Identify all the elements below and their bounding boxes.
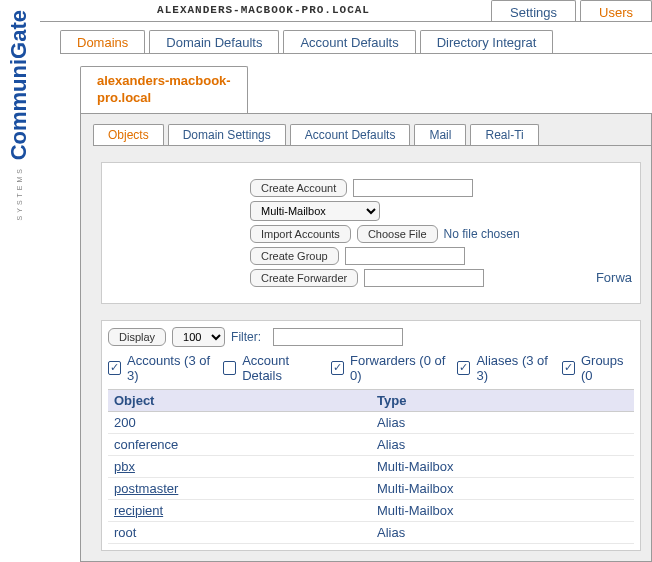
create-account-input[interactable] xyxy=(353,179,473,197)
filter-input[interactable] xyxy=(273,328,403,346)
top-tab-settings[interactable]: Settings xyxy=(491,0,576,21)
choose-file-button[interactable]: Choose File xyxy=(357,225,438,243)
create-group-button[interactable]: Create Group xyxy=(250,247,339,265)
type-cell: Alias xyxy=(371,411,634,433)
sub-tabs: Objects Domain Settings Account Defaults… xyxy=(93,124,651,146)
display-count-select[interactable]: 100 xyxy=(172,327,225,347)
subpanel: Objects Domain Settings Account Defaults… xyxy=(80,113,652,562)
object-cell[interactable]: recipient xyxy=(108,499,371,521)
mailbox-type-select[interactable]: Multi-Mailbox xyxy=(250,201,380,221)
sub-tab-mail[interactable]: Mail xyxy=(414,124,466,145)
sub-tab-realtime[interactable]: Real-Ti xyxy=(470,124,538,145)
create-forwarder-button[interactable]: Create Forwarder xyxy=(250,269,358,287)
table-row[interactable]: conferenceAlias xyxy=(108,433,634,455)
label-accounts: Accounts (3 of 3) xyxy=(127,353,217,383)
col-object[interactable]: Object xyxy=(108,389,371,411)
label-forwarders: Forwarders (0 of 0) xyxy=(350,353,451,383)
checkbox-forwarders[interactable] xyxy=(331,361,344,375)
create-forwarder-input[interactable] xyxy=(364,269,484,287)
main-tabs: Domains Domain Defaults Account Defaults… xyxy=(60,30,652,54)
app-logo: CommuniGate SYSTEMS xyxy=(4,0,34,180)
table-row[interactable]: recipientMulti-Mailbox xyxy=(108,499,634,521)
display-button[interactable]: Display xyxy=(108,328,166,346)
tab-account-defaults[interactable]: Account Defaults xyxy=(283,30,415,53)
object-cell[interactable]: 200 xyxy=(108,411,371,433)
type-cell: Multi-Mailbox xyxy=(371,455,634,477)
object-cell[interactable]: conference xyxy=(108,433,371,455)
object-cell[interactable]: pbx xyxy=(108,455,371,477)
objects-panel: Display 100 Filter: Accounts (3 of 3) Ac… xyxy=(101,320,641,551)
objects-table: Object Type 200AliasconferenceAliaspbxMu… xyxy=(108,389,634,544)
checkbox-groups[interactable] xyxy=(562,361,575,375)
import-accounts-button[interactable]: Import Accounts xyxy=(250,225,351,243)
checkbox-accounts[interactable] xyxy=(108,361,121,375)
sub-tab-objects[interactable]: Objects xyxy=(93,124,164,145)
domain-tab[interactable]: alexanders-macbook- pro.local xyxy=(80,66,248,113)
type-cell: Multi-Mailbox xyxy=(371,477,634,499)
checkbox-aliases[interactable] xyxy=(457,361,470,375)
label-groups: Groups (0 xyxy=(581,353,634,383)
create-account-button[interactable]: Create Account xyxy=(250,179,347,197)
create-panel: Create Account Multi-Mailbox Import Acco… xyxy=(101,162,641,304)
type-cell: Multi-Mailbox xyxy=(371,499,634,521)
table-row[interactable]: postmasterMulti-Mailbox xyxy=(108,477,634,499)
checkbox-account-details[interactable] xyxy=(223,361,236,375)
top-tab-users[interactable]: Users xyxy=(580,0,652,21)
table-row[interactable]: pbxMulti-Mailbox xyxy=(108,455,634,477)
object-cell[interactable]: root xyxy=(108,521,371,543)
topbar-domain: ALEXANDERS-MACBOOK-PRO.LOCAL xyxy=(40,0,487,21)
topbar: ALEXANDERS-MACBOOK-PRO.LOCAL Settings Us… xyxy=(40,0,652,22)
logo-sub: SYSTEMS xyxy=(16,166,23,220)
sub-tab-domain-settings[interactable]: Domain Settings xyxy=(168,124,286,145)
tab-domains[interactable]: Domains xyxy=(60,30,145,53)
table-row[interactable]: rootAlias xyxy=(108,521,634,543)
logo-main: CommuniGate xyxy=(6,10,32,160)
label-aliases: Aliases (3 of 3) xyxy=(476,353,556,383)
filter-label: Filter: xyxy=(231,330,261,344)
tab-domain-defaults[interactable]: Domain Defaults xyxy=(149,30,279,53)
forwarder-link[interactable]: Forwa xyxy=(596,270,632,285)
tab-directory-integration[interactable]: Directory Integrat xyxy=(420,30,554,53)
no-file-label: No file chosen xyxy=(444,227,520,241)
label-account-details: Account Details xyxy=(242,353,325,383)
type-cell: Alias xyxy=(371,433,634,455)
sub-tab-account-defaults[interactable]: Account Defaults xyxy=(290,124,411,145)
type-cell: Alias xyxy=(371,521,634,543)
object-cell[interactable]: postmaster xyxy=(108,477,371,499)
create-group-input[interactable] xyxy=(345,247,465,265)
col-type[interactable]: Type xyxy=(371,389,634,411)
table-row[interactable]: 200Alias xyxy=(108,411,634,433)
